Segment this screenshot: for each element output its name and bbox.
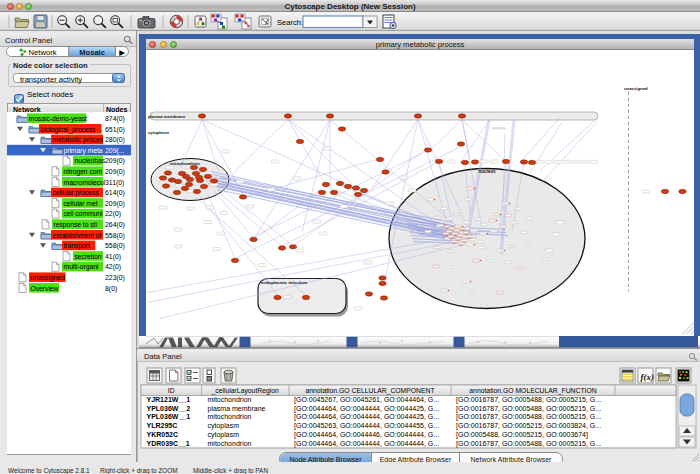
svg-text:cytoplasm: cytoplasm <box>148 129 169 134</box>
svg-text:secretion: secretion <box>75 253 102 260</box>
svg-text:41(0): 41(0) <box>105 253 121 261</box>
svg-text:[GO:0016787, GO:0005488, GO:00: [GO:0016787, GO:0005488, GO:0005215, G..… <box>456 440 601 448</box>
svg-text:mitochondrion: mitochondrion <box>170 160 200 165</box>
svg-text:cell communi: cell communi <box>64 210 104 217</box>
svg-text:Search:: Search: <box>277 18 303 27</box>
svg-text:[GO:0045267, GO:0045261, GO:00: [GO:0045267, GO:0045261, GO:0044464, G..… <box>294 396 439 404</box>
svg-text:transport: transport <box>64 242 90 250</box>
svg-text:cytoplasm: cytoplasm <box>208 431 240 439</box>
svg-text:response to sti: response to sti <box>54 221 98 229</box>
svg-text:cellular process: cellular process <box>53 189 100 197</box>
svg-text:[GO:0044464, GO:0044444, GO:00: [GO:0044464, GO:0044444, GO:0044425, G..… <box>294 413 439 421</box>
svg-text:biological_process: biological_process <box>41 126 97 134</box>
svg-text:annotation.GO MOLECULAR_FUNCTI: annotation.GO MOLECULAR_FUNCTION <box>469 387 596 395</box>
svg-text:[GO:0016787, GO:0005488, GO:00: [GO:0016787, GO:0005488, GO:0005215, G..… <box>456 396 601 404</box>
svg-text:209(0): 209(0) <box>105 168 125 176</box>
svg-text:plasma membrane: plasma membrane <box>208 405 266 413</box>
svg-text:280(0): 280(0) <box>105 136 125 144</box>
svg-text:endoplasmic reticulum: endoplasmic reticulum <box>261 280 308 285</box>
svg-text:nitrogen com: nitrogen com <box>64 168 103 176</box>
svg-text:metabolic proces: metabolic proces <box>53 136 104 144</box>
svg-text:[GO:0045263, GO:0044444, GO:00: [GO:0045263, GO:0044444, GO:0044455, G..… <box>294 422 439 430</box>
svg-text:[GO:0005488, GO:0005215, GO:00: [GO:0005488, GO:0005215, GO:0003674] <box>456 431 588 439</box>
svg-text:651(0): 651(0) <box>105 126 125 134</box>
svg-text:establishment of: establishment of <box>53 232 102 239</box>
svg-text:mitochondrion: mitochondrion <box>208 440 252 447</box>
svg-text:ID: ID <box>168 387 175 394</box>
svg-text:YPL036W__2: YPL036W__2 <box>147 405 191 412</box>
svg-text:YPL036W__1: YPL036W__1 <box>147 413 191 420</box>
svg-text:558(0): 558(0) <box>105 232 125 240</box>
svg-text:874(0): 874(0) <box>105 115 125 123</box>
svg-text:mitochondrion: mitochondrion <box>208 413 252 420</box>
svg-text:cellular met: cellular met <box>64 200 98 207</box>
svg-text:209(0): 209(0) <box>105 157 125 165</box>
svg-text:YKR052C: YKR052C <box>147 431 179 438</box>
svg-text:264(0): 264(0) <box>105 221 125 229</box>
svg-text:[GO:0044464, GO:0044444, GO:00: [GO:0044464, GO:0044444, GO:0044444, G..… <box>294 440 439 448</box>
svg-text:annotation.GO CELLULAR_COMPONE: annotation.GO CELLULAR_COMPONENT <box>305 387 434 395</box>
svg-text:42(0): 42(0) <box>105 263 121 271</box>
svg-text:[GO:0016787, GO:0005488, GO:00: [GO:0016787, GO:0005488, GO:0005215, G..… <box>456 405 601 413</box>
svg-text:[GO:0044464, GO:0044446, GO:00: [GO:0044464, GO:0044446, GO:0044444, G..… <box>294 431 439 439</box>
svg-text:8(0): 8(0) <box>105 285 117 293</box>
svg-text:multi-organi: multi-organi <box>64 263 99 271</box>
svg-text:Overview: Overview <box>31 285 59 292</box>
svg-text:nucleobas: nucleobas <box>75 157 106 164</box>
svg-text:nucleus: nucleus <box>479 169 497 174</box>
svg-text:614(0): 614(0) <box>105 189 125 197</box>
svg-text:[GO:0044464, GO:0044444, GO:00: [GO:0044464, GO:0044444, GO:0044425, G..… <box>294 405 439 413</box>
svg-text:311(0): 311(0) <box>105 179 124 187</box>
svg-text:cytoplasm: cytoplasm <box>208 422 240 430</box>
svg-text:[GO:0016787, GO:0005488, GO:00: [GO:0016787, GO:0005488, GO:0005215, G..… <box>456 413 601 421</box>
svg-text:unassigned: unassigned <box>624 85 648 90</box>
svg-text:209(0): 209(0) <box>105 200 125 208</box>
svg-text:_cellularLayoutRegion: _cellularLayoutRegion <box>211 387 279 395</box>
svg-text:YDR039C__1: YDR039C__1 <box>147 440 190 447</box>
svg-text:YJR121W__1: YJR121W__1 <box>147 396 191 403</box>
svg-text:mosaic-demo-yeast: mosaic-demo-yeast <box>29 115 88 123</box>
svg-text:558(0): 558(0) <box>105 242 125 250</box>
svg-text:unassigned: unassigned <box>31 274 66 282</box>
svg-text:f(x): f(x) <box>641 372 655 382</box>
svg-text:mitochondrion: mitochondrion <box>208 396 252 403</box>
svg-text:209(...: 209(... <box>105 147 125 155</box>
svg-text:primary meta: primary meta <box>64 147 103 155</box>
svg-text:22(0): 22(0) <box>105 210 121 218</box>
svg-text:223(0): 223(0) <box>105 274 125 282</box>
svg-text:YLR295C: YLR295C <box>147 422 178 429</box>
svg-text:macromolecul: macromolecul <box>64 179 106 186</box>
svg-text:[GO:0016787, GO:0005215, GO:00: [GO:0016787, GO:0005215, GO:0003824, G..… <box>456 422 601 430</box>
svg-text:plasma membrane: plasma membrane <box>148 114 186 119</box>
